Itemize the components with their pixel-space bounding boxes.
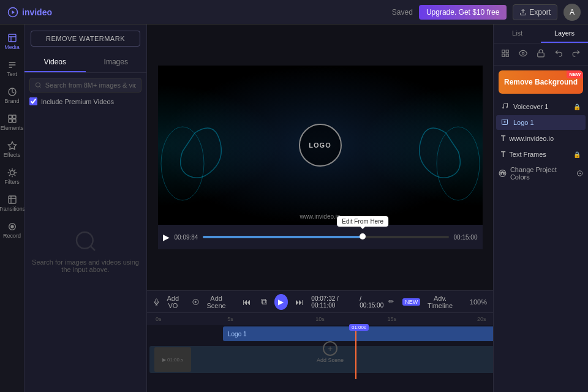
svg-point-8: [10, 171, 14, 175]
add-scene-button[interactable]: Add Scene: [192, 295, 232, 309]
sidebar-item-elements[interactable]: Elements: [1, 110, 23, 135]
audio-layer-icon: [501, 102, 510, 111]
video-logo: LOGO: [299, 124, 342, 167]
progress-bar[interactable]: Edit From Here: [203, 236, 448, 238]
main-layout: Media Text Brand Elements Effects Filter…: [0, 24, 588, 392]
undo-icon[interactable]: [552, 47, 565, 61]
time-display: 00:07:32 / 00:11:00: [311, 295, 355, 309]
layer-text-frames-lock-icon: 🔒: [573, 151, 581, 158]
logo: invideo: [7, 7, 52, 18]
layer-text-url[interactable]: T www.invideo.io: [496, 131, 586, 146]
sidebar-item-record[interactable]: Record: [1, 218, 23, 243]
right-panel-icon-row: [494, 43, 588, 66]
right-tab-list[interactable]: List: [494, 24, 541, 43]
play-main-button[interactable]: ▶: [274, 294, 288, 310]
video-watermark: www.invideo.io: [300, 213, 340, 220]
export-label: Export: [529, 8, 551, 17]
icon-bar: Media Text Brand Elements Effects Filter…: [0, 24, 24, 392]
video-track-row: ▶ 01:00.s + Add Scene: [149, 346, 491, 375]
remove-bg-new-badge: NEW: [567, 70, 583, 78]
premium-label: Include Premium Videos: [41, 98, 114, 105]
layer-logo-name: Logo 1: [513, 119, 581, 126]
change-project-colors-button[interactable]: Change Project Colors: [494, 162, 588, 184]
text-layer-icon-t: T: [501, 134, 505, 143]
total-time: 00:15:00: [454, 234, 478, 241]
brand-icon: [7, 87, 17, 97]
timeline-ruler: 0s 5s 10s 15s 20s: [147, 313, 493, 325]
skip-forward-button[interactable]: ⏭: [293, 296, 306, 308]
topbar: invideo Saved Upgrade. Get $10 free Expo…: [0, 0, 588, 24]
empty-state: Search for images and videos using the i…: [24, 110, 146, 392]
sidebar-item-brand[interactable]: Brand: [1, 83, 23, 108]
svg-rect-17: [506, 50, 508, 53]
timeline: 0s 5s 10s 15s 20s: [147, 312, 493, 392]
add-vo-button[interactable]: Add VO: [153, 295, 184, 309]
change-colors-arrow-icon: [576, 170, 583, 177]
play-button[interactable]: ▶: [163, 232, 170, 242]
grid-icon[interactable]: [499, 47, 511, 61]
add-vo-label: Add VO: [162, 295, 184, 309]
svg-point-28: [500, 173, 502, 175]
sidebar-item-media[interactable]: Media: [1, 29, 23, 54]
add-vo-icon: [153, 298, 160, 306]
sidebar-item-filters[interactable]: Filters: [1, 164, 23, 189]
logo-layer-icon: [501, 118, 510, 127]
svg-rect-16: [502, 50, 504, 53]
eye-icon[interactable]: [517, 47, 529, 61]
invideo-logo-icon: [7, 7, 18, 18]
progress-fill: [203, 236, 363, 238]
svg-rect-5: [12, 115, 15, 118]
svg-rect-2: [9, 34, 16, 42]
svg-point-20: [522, 52, 524, 55]
edit-from-here-tooltip[interactable]: Edit From Here: [337, 216, 388, 227]
time-edit-icon[interactable]: ✏: [388, 298, 394, 306]
adv-timeline-button[interactable]: NEW Adv. Timeline: [402, 295, 458, 309]
sidebar-item-effects[interactable]: Effects: [1, 137, 23, 162]
timeline-add-scene-button[interactable]: + Add Scene: [317, 341, 344, 363]
progress-dot: Edit From Here: [360, 233, 366, 239]
remove-background-button[interactable]: NEW Remove Background: [499, 70, 583, 94]
svg-point-14: [437, 127, 480, 200]
media-icon: [7, 33, 17, 43]
video-controls: ▶ 00:09:84 Edit From Here 00:15:00: [158, 225, 483, 249]
right-tab-layers[interactable]: Layers: [541, 24, 588, 43]
left-hand-visual: [158, 84, 268, 206]
redo-icon[interactable]: [570, 47, 582, 61]
right-hand-visual: [372, 84, 483, 206]
video-bg: LOGO www.invideo.io: [158, 66, 483, 225]
svg-point-10: [11, 225, 13, 228]
add-scene-label: Add Scene: [202, 295, 232, 309]
tab-images[interactable]: Images: [86, 53, 147, 72]
zoom-display: 100%: [470, 298, 487, 306]
transitions-icon: [7, 195, 17, 205]
center-area: LOGO www.invideo.io ▶ 00:09:84 Edit From…: [147, 24, 493, 392]
search-input[interactable]: [45, 81, 136, 89]
svg-rect-4: [9, 115, 12, 118]
video-player: LOGO www.invideo.io ▶ 00:09:84 Edit From…: [158, 66, 483, 249]
add-scene-text: Add Scene: [317, 357, 344, 363]
skip-back-button[interactable]: ⏮: [240, 296, 254, 308]
sidebar-item-text[interactable]: Text: [1, 56, 23, 81]
sidebar-item-transitions[interactable]: Transitions: [1, 191, 23, 216]
svg-point-24: [500, 172, 502, 173]
layer-text-frames[interactable]: T Text Frames 🔒: [496, 147, 586, 162]
svg-rect-19: [506, 54, 508, 56]
tab-videos[interactable]: Videos: [24, 53, 86, 72]
upgrade-button[interactable]: Upgrade. Get $10 free: [419, 5, 507, 20]
layer-text-frames-name: Text Frames: [509, 151, 570, 158]
svg-point-23: [499, 170, 506, 177]
remove-bg-label: Remove Background: [504, 78, 578, 86]
export-button[interactable]: Export: [513, 4, 557, 20]
loop-button[interactable]: ⧉: [258, 295, 270, 308]
playhead: [355, 325, 356, 379]
layer-logo[interactable]: Logo 1: [496, 115, 586, 130]
premium-check-row: Include Premium Videos: [29, 97, 141, 105]
media-tabs: Videos Images: [24, 53, 146, 73]
premium-checkbox[interactable]: [29, 97, 37, 105]
remove-watermark-button[interactable]: REMOVE WATERMARK: [31, 31, 140, 47]
svg-rect-6: [9, 119, 12, 123]
layer-voiceover[interactable]: Voiceover 1 🔒: [496, 99, 586, 114]
user-avatar[interactable]: A: [564, 4, 581, 21]
lock-icon[interactable]: [535, 47, 547, 61]
svg-point-13: [161, 127, 204, 200]
